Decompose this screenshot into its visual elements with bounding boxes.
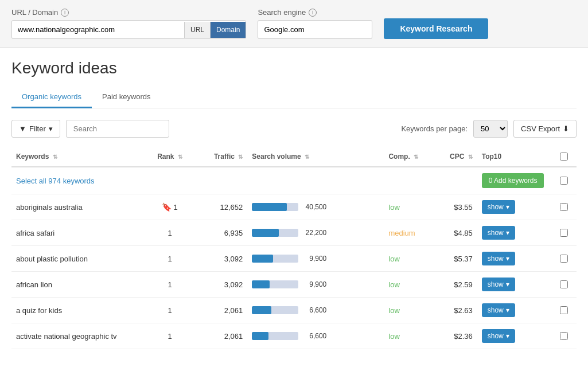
col-header-cpc[interactable]: CPC ⇅ — [434, 147, 477, 167]
col-header-rank[interactable]: Rank ⇅ — [148, 147, 192, 167]
show-button[interactable]: show ▾ — [482, 200, 515, 214]
search-input[interactable] — [66, 120, 169, 138]
volume-number: 6,600 — [301, 332, 326, 340]
rank-cell: 🔖 1 — [148, 194, 192, 220]
rank-value: 1 — [168, 229, 172, 237]
search-engine-group: Search engine i — [258, 8, 372, 39]
search-volume-cell: 40,500 — [247, 194, 384, 220]
table-row: aboriginals australia 🔖 1 12,652 40,500 … — [11, 194, 577, 220]
traffic-cell: 6,935 — [192, 220, 247, 246]
row-checkbox[interactable] — [560, 255, 568, 263]
tabs: Organic keywords Paid keywords — [11, 87, 577, 108]
traffic-cell: 3,092 — [192, 272, 247, 298]
volume-bar-bg — [252, 203, 298, 211]
keyword-cell: african lion — [11, 272, 148, 298]
url-input-wrapper: URL Domain — [11, 20, 246, 39]
top10-cell: show ▾ — [477, 272, 552, 298]
select-all-checkbox[interactable] — [560, 177, 568, 185]
sort-cpc-icon: ⇅ — [468, 154, 473, 160]
show-button[interactable]: show ▾ — [482, 303, 515, 317]
traffic-cell: 3,092 — [192, 246, 247, 272]
top10-cell: show ▾ — [477, 246, 552, 272]
col-header-comp[interactable]: Comp. ⇅ — [384, 147, 434, 167]
search-volume-cell: 6,600 — [247, 323, 384, 349]
volume-number: 9,900 — [301, 255, 326, 263]
main-content: Keyword ideas Organic keywords Paid keyw… — [0, 48, 588, 349]
row-checkbox[interactable] — [560, 229, 568, 237]
url-domain-info-icon[interactable]: i — [61, 9, 69, 17]
row-check-cell — [552, 298, 577, 323]
search-engine-info-icon[interactable]: i — [309, 9, 317, 17]
col-header-search-volume[interactable]: Search volume ⇅ — [247, 147, 384, 167]
comp-cell: low — [384, 246, 434, 272]
rank-value: 1 — [168, 332, 172, 341]
chevron-down-icon: ▾ — [506, 280, 509, 288]
keyword-research-button[interactable]: Keyword Research — [384, 18, 488, 39]
col-header-top10[interactable]: Top10 — [477, 147, 552, 167]
filter-button[interactable]: ▼ Filter ▾ — [11, 120, 60, 138]
add-keywords-button[interactable]: 0 Add keywords — [482, 173, 544, 188]
row-checkbox[interactable] — [560, 332, 568, 340]
search-volume-cell: 9,900 — [247, 272, 384, 298]
filter-icon: ▼ — [19, 124, 26, 133]
toolbar: ▼ Filter ▾ Keywords per page: 50 100 200… — [11, 120, 577, 138]
domain-button[interactable]: Domain — [210, 22, 246, 38]
sort-comp-icon: ⇅ — [414, 154, 418, 160]
search-engine-input[interactable] — [258, 20, 372, 39]
table-row: activate national geographic tv 1 2,061 … — [11, 323, 577, 349]
table-row: africa safari 1 6,935 22,200 medium $4.8… — [11, 220, 577, 246]
tab-paid-keywords[interactable]: Paid keywords — [92, 87, 161, 108]
url-input[interactable] — [12, 21, 184, 38]
show-button[interactable]: show ▾ — [482, 252, 515, 265]
tab-organic-keywords[interactable]: Organic keywords — [11, 87, 92, 108]
table-header-row: Keywords ⇅ Rank ⇅ Traffic ⇅ Search volum… — [11, 147, 577, 167]
col-header-keywords[interactable]: Keywords ⇅ — [11, 147, 148, 167]
rank-value: 1 — [173, 203, 177, 212]
sort-keywords-icon: ⇅ — [53, 154, 57, 160]
per-page-select[interactable]: 50 100 200 — [473, 120, 508, 138]
cpc-cell: $4.85 — [434, 220, 477, 246]
row-check-cell — [552, 194, 577, 220]
keyword-cell: africa safari — [11, 220, 148, 246]
volume-bar-fill — [252, 332, 268, 340]
volume-bar-fill — [252, 306, 271, 314]
cpc-cell: $5.37 — [434, 246, 477, 272]
chevron-down-icon: ▾ — [506, 229, 509, 237]
rank-cell: 1 — [148, 246, 192, 272]
search-engine-label: Search engine i — [258, 8, 372, 17]
table-row: african lion 1 3,092 9,900 low $2.59 sho… — [11, 272, 577, 298]
keyword-cell: a quiz for kids — [11, 298, 148, 323]
header-checkbox-input[interactable] — [560, 153, 568, 161]
volume-bar-fill — [252, 203, 287, 211]
cpc-cell: $2.63 — [434, 298, 477, 323]
csv-export-button[interactable]: CSV Export ⬇ — [513, 120, 577, 138]
volume-bar-bg — [252, 280, 298, 288]
row-checkbox[interactable] — [560, 306, 568, 314]
rank-cell: 1 — [148, 272, 192, 298]
show-button[interactable]: show ▾ — [482, 329, 515, 343]
row-check-cell — [552, 246, 577, 272]
volume-bar-bg — [252, 306, 298, 314]
keywords-table: Keywords ⇅ Rank ⇅ Traffic ⇅ Search volum… — [11, 147, 577, 349]
volume-bar-bg — [252, 229, 298, 237]
volume-bar-fill — [252, 280, 270, 288]
top10-cell: show ▾ — [477, 220, 552, 246]
chevron-down-icon: ▾ — [506, 203, 509, 211]
per-page-label: Keywords per page: — [401, 124, 468, 133]
row-check-cell — [552, 323, 577, 349]
url-button[interactable]: URL — [184, 22, 210, 38]
row-checkbox[interactable] — [560, 280, 568, 288]
filter-chevron-icon: ▾ — [49, 124, 53, 133]
comp-cell: low — [384, 323, 434, 349]
select-all-link[interactable]: Select all 974 keywords — [16, 177, 95, 185]
volume-bar-fill — [252, 255, 272, 263]
search-volume-cell: 22,200 — [247, 220, 384, 246]
rank-value: 1 — [168, 255, 172, 263]
show-button[interactable]: show ▾ — [482, 226, 515, 240]
select-all-checkbox-header[interactable] — [556, 153, 572, 161]
col-header-traffic[interactable]: Traffic ⇅ — [192, 147, 247, 167]
rank-cell: 1 — [148, 298, 192, 323]
row-checkbox[interactable] — [560, 203, 568, 211]
show-button[interactable]: show ▾ — [482, 278, 515, 291]
add-keywords-cell: 0 Add keywords — [477, 167, 552, 194]
